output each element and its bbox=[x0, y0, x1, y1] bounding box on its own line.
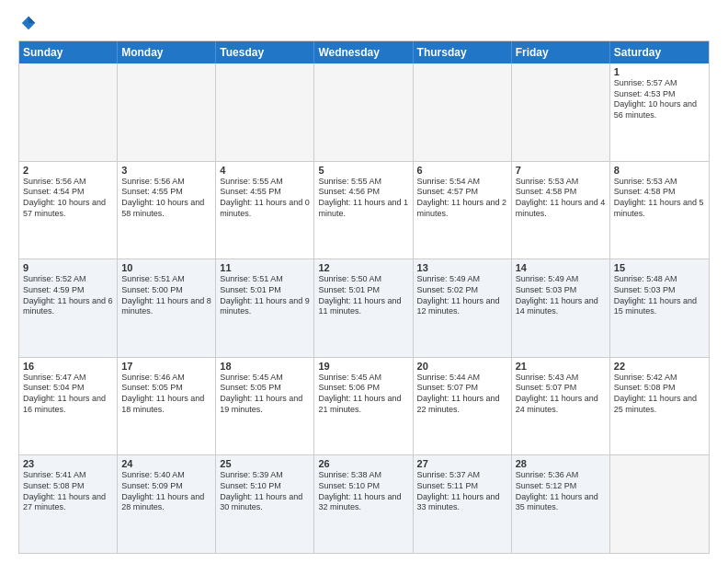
day-info: Sunrise: 5:41 AM Sunset: 5:08 PM Dayligh… bbox=[23, 470, 113, 513]
day-number: 15 bbox=[614, 262, 705, 273]
day-cell: 14Sunrise: 5:49 AM Sunset: 5:03 PM Dayli… bbox=[512, 259, 610, 357]
day-info: Sunrise: 5:55 AM Sunset: 4:56 PM Dayligh… bbox=[318, 177, 408, 220]
week-row-3: 9Sunrise: 5:52 AM Sunset: 4:59 PM Daylig… bbox=[19, 259, 709, 357]
day-info: Sunrise: 5:45 AM Sunset: 5:06 PM Dayligh… bbox=[318, 373, 408, 416]
day-info: Sunrise: 5:45 AM Sunset: 5:05 PM Dayligh… bbox=[220, 373, 310, 416]
day-number: 12 bbox=[318, 262, 408, 273]
day-info: Sunrise: 5:42 AM Sunset: 5:08 PM Dayligh… bbox=[614, 373, 705, 416]
day-cell: 15Sunrise: 5:48 AM Sunset: 5:03 PM Dayli… bbox=[610, 259, 709, 357]
day-number: 7 bbox=[516, 165, 606, 176]
day-number: 28 bbox=[516, 458, 606, 469]
day-info: Sunrise: 5:50 AM Sunset: 5:01 PM Dayligh… bbox=[318, 274, 408, 317]
day-info: Sunrise: 5:54 AM Sunset: 4:57 PM Dayligh… bbox=[417, 177, 507, 220]
day-number: 27 bbox=[417, 458, 507, 469]
day-header-thursday: Thursday bbox=[414, 41, 512, 63]
day-number: 22 bbox=[614, 361, 705, 372]
day-number: 19 bbox=[318, 361, 408, 372]
day-number: 14 bbox=[516, 262, 606, 273]
day-cell: 4Sunrise: 5:55 AM Sunset: 4:55 PM Daylig… bbox=[216, 162, 314, 259]
day-info: Sunrise: 5:36 AM Sunset: 5:12 PM Dayligh… bbox=[516, 470, 606, 513]
week-row-5: 23Sunrise: 5:41 AM Sunset: 5:08 PM Dayli… bbox=[19, 454, 709, 553]
day-cell: 12Sunrise: 5:50 AM Sunset: 5:01 PM Dayli… bbox=[314, 259, 413, 357]
day-header-sunday: Sunday bbox=[19, 41, 118, 63]
day-info: Sunrise: 5:55 AM Sunset: 4:55 PM Dayligh… bbox=[220, 177, 310, 220]
day-number: 4 bbox=[220, 165, 310, 176]
day-cell bbox=[314, 63, 413, 161]
day-info: Sunrise: 5:49 AM Sunset: 5:02 PM Dayligh… bbox=[417, 274, 507, 317]
day-info: Sunrise: 5:53 AM Sunset: 4:58 PM Dayligh… bbox=[516, 177, 606, 220]
day-cell: 24Sunrise: 5:40 AM Sunset: 5:09 PM Dayli… bbox=[118, 455, 216, 553]
day-info: Sunrise: 5:57 AM Sunset: 4:53 PM Dayligh… bbox=[614, 78, 705, 121]
day-header-saturday: Saturday bbox=[610, 41, 709, 63]
day-cell bbox=[19, 63, 118, 161]
day-cell: 6Sunrise: 5:54 AM Sunset: 4:57 PM Daylig… bbox=[414, 162, 512, 259]
day-headers-row: SundayMondayTuesdayWednesdayThursdayFrid… bbox=[19, 41, 709, 63]
page-header bbox=[18, 15, 710, 31]
day-number: 6 bbox=[417, 165, 507, 176]
day-info: Sunrise: 5:51 AM Sunset: 5:01 PM Dayligh… bbox=[220, 274, 310, 317]
day-number: 25 bbox=[220, 458, 310, 469]
day-cell: 26Sunrise: 5:38 AM Sunset: 5:10 PM Dayli… bbox=[314, 455, 413, 553]
day-number: 9 bbox=[23, 262, 113, 273]
day-number: 24 bbox=[121, 458, 211, 469]
day-cell: 1Sunrise: 5:57 AM Sunset: 4:53 PM Daylig… bbox=[610, 63, 709, 161]
day-header-tuesday: Tuesday bbox=[216, 41, 314, 63]
day-info: Sunrise: 5:52 AM Sunset: 4:59 PM Dayligh… bbox=[23, 274, 113, 317]
day-cell: 20Sunrise: 5:44 AM Sunset: 5:07 PM Dayli… bbox=[414, 358, 512, 455]
day-cell: 19Sunrise: 5:45 AM Sunset: 5:06 PM Dayli… bbox=[314, 358, 413, 455]
day-info: Sunrise: 5:40 AM Sunset: 5:09 PM Dayligh… bbox=[121, 470, 211, 513]
day-info: Sunrise: 5:44 AM Sunset: 5:07 PM Dayligh… bbox=[417, 373, 507, 416]
day-cell: 11Sunrise: 5:51 AM Sunset: 5:01 PM Dayli… bbox=[216, 259, 314, 357]
day-number: 8 bbox=[614, 165, 705, 176]
day-info: Sunrise: 5:48 AM Sunset: 5:03 PM Dayligh… bbox=[614, 274, 705, 317]
day-number: 1 bbox=[614, 66, 705, 77]
day-cell bbox=[610, 455, 709, 553]
day-number: 16 bbox=[23, 361, 113, 372]
day-number: 18 bbox=[220, 361, 310, 372]
day-cell: 3Sunrise: 5:56 AM Sunset: 4:55 PM Daylig… bbox=[118, 162, 216, 259]
day-header-wednesday: Wednesday bbox=[314, 41, 413, 63]
day-number: 23 bbox=[23, 458, 113, 469]
day-info: Sunrise: 5:53 AM Sunset: 4:58 PM Dayligh… bbox=[614, 177, 705, 220]
day-number: 13 bbox=[417, 262, 507, 273]
day-cell: 18Sunrise: 5:45 AM Sunset: 5:05 PM Dayli… bbox=[216, 358, 314, 455]
week-row-1: 1Sunrise: 5:57 AM Sunset: 4:53 PM Daylig… bbox=[19, 63, 709, 161]
day-cell bbox=[414, 63, 512, 161]
day-info: Sunrise: 5:37 AM Sunset: 5:11 PM Dayligh… bbox=[417, 470, 507, 513]
day-number: 26 bbox=[318, 458, 408, 469]
day-info: Sunrise: 5:56 AM Sunset: 4:54 PM Dayligh… bbox=[23, 177, 113, 220]
day-number: 5 bbox=[318, 165, 408, 176]
day-cell: 28Sunrise: 5:36 AM Sunset: 5:12 PM Dayli… bbox=[512, 455, 610, 553]
day-cell: 5Sunrise: 5:55 AM Sunset: 4:56 PM Daylig… bbox=[314, 162, 413, 259]
day-header-friday: Friday bbox=[512, 41, 610, 63]
day-info: Sunrise: 5:43 AM Sunset: 5:07 PM Dayligh… bbox=[516, 373, 606, 416]
day-cell: 22Sunrise: 5:42 AM Sunset: 5:08 PM Dayli… bbox=[610, 358, 709, 455]
day-cell: 16Sunrise: 5:47 AM Sunset: 5:04 PM Dayli… bbox=[19, 358, 118, 455]
day-number: 3 bbox=[121, 165, 211, 176]
day-cell: 13Sunrise: 5:49 AM Sunset: 5:02 PM Dayli… bbox=[414, 259, 512, 357]
day-cell: 27Sunrise: 5:37 AM Sunset: 5:11 PM Dayli… bbox=[414, 455, 512, 553]
calendar: SundayMondayTuesdayWednesdayThursdayFrid… bbox=[18, 40, 710, 554]
day-info: Sunrise: 5:49 AM Sunset: 5:03 PM Dayligh… bbox=[516, 274, 606, 317]
day-cell: 9Sunrise: 5:52 AM Sunset: 4:59 PM Daylig… bbox=[19, 259, 118, 357]
day-number: 21 bbox=[516, 361, 606, 372]
day-cell: 10Sunrise: 5:51 AM Sunset: 5:00 PM Dayli… bbox=[118, 259, 216, 357]
day-cell bbox=[512, 63, 610, 161]
day-cell: 21Sunrise: 5:43 AM Sunset: 5:07 PM Dayli… bbox=[512, 358, 610, 455]
day-cell: 2Sunrise: 5:56 AM Sunset: 4:54 PM Daylig… bbox=[19, 162, 118, 259]
day-info: Sunrise: 5:56 AM Sunset: 4:55 PM Dayligh… bbox=[121, 177, 211, 220]
day-cell: 25Sunrise: 5:39 AM Sunset: 5:10 PM Dayli… bbox=[216, 455, 314, 553]
calendar-weeks: 1Sunrise: 5:57 AM Sunset: 4:53 PM Daylig… bbox=[19, 63, 709, 553]
week-row-2: 2Sunrise: 5:56 AM Sunset: 4:54 PM Daylig… bbox=[19, 161, 709, 259]
day-cell bbox=[118, 63, 216, 161]
svg-marker-1 bbox=[28, 17, 35, 23]
day-number: 17 bbox=[121, 361, 211, 372]
day-header-monday: Monday bbox=[118, 41, 216, 63]
day-info: Sunrise: 5:51 AM Sunset: 5:00 PM Dayligh… bbox=[121, 274, 211, 317]
day-info: Sunrise: 5:47 AM Sunset: 5:04 PM Dayligh… bbox=[23, 373, 113, 416]
day-cell: 7Sunrise: 5:53 AM Sunset: 4:58 PM Daylig… bbox=[512, 162, 610, 259]
day-info: Sunrise: 5:38 AM Sunset: 5:10 PM Dayligh… bbox=[318, 470, 408, 513]
day-cell: 17Sunrise: 5:46 AM Sunset: 5:05 PM Dayli… bbox=[118, 358, 216, 455]
logo bbox=[18, 15, 37, 31]
day-number: 20 bbox=[417, 361, 507, 372]
